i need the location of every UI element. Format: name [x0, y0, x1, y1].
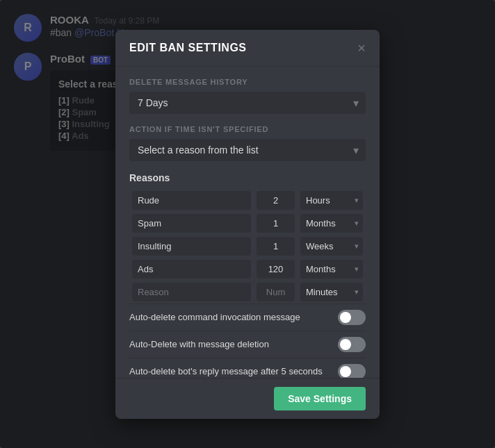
reason-row: MinutesHoursDaysWeeksMonths	[129, 189, 366, 212]
action-unspecified-select[interactable]: Select a reason from the list Rude Spam …	[129, 139, 366, 161]
num-input-1[interactable]	[257, 214, 295, 233]
reason-input-4[interactable]	[132, 283, 251, 301]
toggle-label-0: Auto-delete command invocation message	[129, 312, 300, 322]
action-unspecified-label: Action if time isn't specified	[129, 125, 366, 133]
unit-select-2[interactable]: MinutesHoursDaysWeeksMonths	[300, 237, 363, 256]
reason-row: MinutesHoursDaysWeeksMonths	[129, 212, 366, 235]
unit-select-0[interactable]: MinutesHoursDaysWeeksMonths	[300, 191, 363, 210]
unit-select-3[interactable]: MinutesHoursDaysWeeksMonths	[300, 260, 363, 279]
modal-header: EDIT BAN SETTINGS ×	[115, 30, 380, 67]
reason-input-3[interactable]	[132, 260, 251, 279]
modal-close-button[interactable]: ×	[357, 41, 366, 55]
num-input-3[interactable]	[257, 260, 295, 279]
action-unspecified-select-wrapper: Select a reason from the list Rude Spam …	[129, 139, 366, 161]
modal-title: EDIT BAN SETTINGS	[129, 42, 247, 54]
delete-history-label: DELETE MESSAGE HISTORY	[129, 78, 366, 86]
chat-area: R ROOKA Today at 9:28 PM #ban @ProBot Us…	[0, 0, 495, 448]
reasons-label: Reasons	[129, 172, 366, 183]
toggle-row-1: Auto-Delete with message deletion	[129, 331, 366, 358]
reason-row: MinutesHoursDaysWeeksMonths	[129, 258, 366, 281]
reason-input-1[interactable]	[132, 214, 251, 233]
toggle-label-2: Auto-delete bot's reply message after 5 …	[129, 366, 323, 376]
toggle-1[interactable]	[338, 337, 366, 352]
delete-history-select[interactable]: None 1 Day 7 Days 14 Days	[129, 92, 366, 114]
toggle-row-0: Auto-delete command invocation message	[129, 304, 366, 331]
reason-input-2[interactable]	[132, 237, 251, 256]
unit-select-4[interactable]: MinutesHoursDaysWeeksMonths	[300, 283, 363, 301]
toggle-2[interactable]	[338, 364, 366, 378]
toggle-row-2: Auto-delete bot's reply message after 5 …	[129, 358, 366, 378]
num-input-0[interactable]	[257, 191, 295, 210]
modal-overlay: EDIT BAN SETTINGS × DELETE MESSAGE HISTO…	[0, 0, 495, 448]
modal-footer: Save Settings	[115, 378, 380, 419]
save-settings-button[interactable]: Save Settings	[274, 387, 366, 410]
num-input-2[interactable]	[257, 237, 295, 256]
modal-body: DELETE MESSAGE HISTORY None 1 Day 7 Days…	[115, 67, 380, 378]
unit-select-1[interactable]: MinutesHoursDaysWeeksMonths	[300, 214, 363, 233]
num-input-4[interactable]	[257, 283, 295, 301]
reasons-table: MinutesHoursDaysWeeksMonthsMinutesHoursD…	[129, 189, 366, 304]
reason-row: MinutesHoursDaysWeeksMonths	[129, 235, 366, 258]
reason-row: MinutesHoursDaysWeeksMonths	[129, 281, 366, 304]
toggle-label-1: Auto-Delete with message deletion	[129, 339, 269, 349]
edit-ban-settings-modal: EDIT BAN SETTINGS × DELETE MESSAGE HISTO…	[115, 30, 380, 419]
delete-history-select-wrapper: None 1 Day 7 Days 14 Days	[129, 92, 366, 114]
reason-input-0[interactable]	[132, 191, 251, 210]
toggle-0[interactable]	[338, 310, 366, 325]
